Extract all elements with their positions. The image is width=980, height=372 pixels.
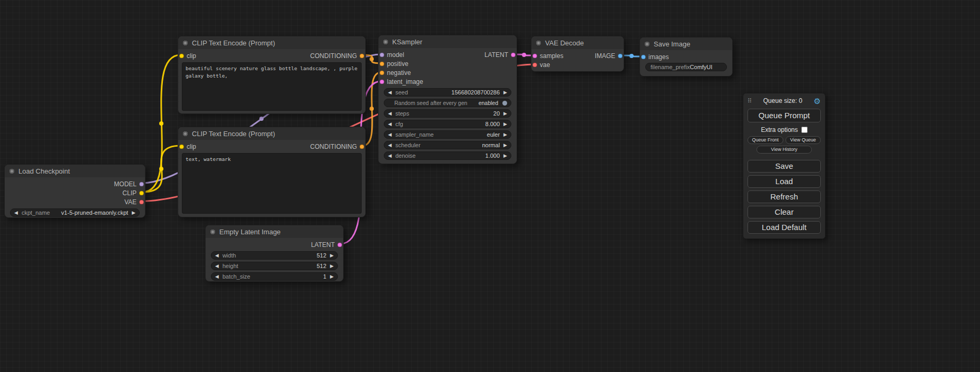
decrement-arrow-icon[interactable]: ◀ — [215, 274, 219, 279]
output-label-latent: LATENT — [311, 241, 335, 249]
widget-label: ckpt_name — [22, 209, 50, 216]
node-title-bar[interactable]: Save Image — [640, 37, 732, 50]
input-label-images: images — [648, 53, 669, 61]
output-slot-model[interactable] — [139, 182, 144, 186]
output-slot-conditioning[interactable] — [360, 144, 364, 149]
comfy-menu-panel: ⠿ Queue size: 0 ⚙ Queue Prompt Extra opt… — [743, 93, 826, 239]
extra-options-label: Extra options — [761, 126, 798, 133]
decrement-arrow-icon[interactable]: ◀ — [388, 132, 392, 137]
height-widget[interactable]: ◀ height 512 ▶ — [211, 262, 338, 270]
widget-label: steps — [395, 110, 409, 117]
input-slot-clip[interactable] — [179, 53, 184, 58]
node-empty-latent-image[interactable]: Empty Latent Image LATENT ◀ width 512 ▶ … — [205, 225, 344, 282]
decrement-arrow-icon[interactable]: ◀ — [388, 90, 392, 95]
node-status-dot — [9, 169, 14, 174]
output-label-image: IMAGE — [595, 52, 615, 60]
wire-midpoint-dot — [159, 121, 163, 126]
queue-front-button[interactable]: Queue Front — [748, 136, 783, 144]
cfg-widget[interactable]: ◀ cfg 8.000 ▶ — [384, 120, 511, 128]
node-status-dot — [536, 41, 541, 45]
decrement-arrow-icon[interactable]: ◀ — [388, 143, 392, 148]
input-slot-positive[interactable] — [380, 61, 384, 66]
widget-value: 20 — [493, 110, 500, 117]
node-clip-text-encode-negative[interactable]: CLIP Text Encode (Prompt) clip CONDITION… — [178, 127, 366, 217]
node-title-bar[interactable]: CLIP Text Encode (Prompt) — [178, 36, 365, 49]
positive-prompt-textarea[interactable]: beautiful scenery nature glass bottle la… — [182, 62, 362, 111]
filename-prefix-widget[interactable]: filename_prefix ComfyUI — [645, 63, 727, 71]
node-title-bar[interactable]: Load Checkpoint — [5, 165, 145, 177]
increment-arrow-icon[interactable]: ▶ — [330, 274, 334, 279]
input-slot-latent-image[interactable] — [380, 79, 384, 84]
increment-arrow-icon[interactable]: ▶ — [503, 154, 507, 158]
ckpt-name-widget[interactable]: ◀ ckpt_name v1-5-pruned-emaonly.ckpt ▶ — [10, 208, 140, 217]
node-title-bar[interactable]: VAE Decode — [531, 36, 624, 49]
input-slot-clip[interactable] — [179, 144, 184, 149]
input-slot-negative[interactable] — [380, 70, 384, 75]
decrement-arrow-icon[interactable]: ◀ — [388, 111, 392, 116]
output-slot-clip[interactable] — [139, 190, 144, 195]
load-default-button[interactable]: Load Default — [748, 221, 821, 234]
node-title-bar[interactable]: CLIP Text Encode (Prompt) — [178, 127, 365, 140]
decrement-arrow-icon[interactable]: ◀ — [388, 122, 392, 127]
toggle-dot-icon[interactable] — [502, 101, 507, 106]
node-ksampler[interactable]: KSampler model positive negative latent_… — [378, 35, 517, 164]
settings-gear-icon[interactable]: ⚙ — [814, 97, 821, 105]
decrement-arrow-icon[interactable]: ◀ — [215, 264, 219, 269]
input-label-negative: negative — [387, 69, 411, 77]
node-graph-canvas[interactable]: Load Checkpoint MODEL CLIP VAE ◀ ckpt_na… — [0, 0, 980, 372]
save-button[interactable]: Save — [748, 160, 821, 173]
negative-prompt-textarea[interactable]: text, watermark — [182, 153, 362, 214]
refresh-button[interactable]: Refresh — [748, 190, 821, 203]
decrement-arrow-icon[interactable]: ◀ — [215, 253, 219, 258]
steps-widget[interactable]: ◀ steps 20 ▶ — [384, 109, 511, 118]
drag-handle-icon[interactable]: ⠿ — [748, 98, 752, 104]
widget-value: ComfyUI — [690, 64, 713, 70]
widget-value: v1-5-pruned-emaonly.ckpt — [61, 209, 128, 216]
input-slot-images[interactable] — [641, 54, 646, 59]
node-vae-decode[interactable]: VAE Decode samples vae IMAGE — [531, 36, 624, 72]
increment-arrow-icon[interactable]: ▶ — [503, 111, 507, 116]
output-label-vae: VAE — [124, 198, 137, 206]
node-load-checkpoint[interactable]: Load Checkpoint MODEL CLIP VAE ◀ ckpt_na… — [4, 164, 145, 218]
view-history-button[interactable]: View History — [756, 146, 812, 154]
seed-widget[interactable]: ◀ seed 156680208700286 ▶ — [384, 88, 511, 97]
output-slot-latent[interactable] — [511, 52, 516, 57]
increment-arrow-icon[interactable]: ▶ — [330, 264, 334, 269]
output-label-conditioning: CONDITIONING — [310, 143, 357, 150]
node-title-bar[interactable]: KSampler — [379, 35, 517, 48]
decrement-arrow-icon[interactable]: ◀ — [14, 211, 18, 215]
increment-arrow-icon[interactable]: ▶ — [503, 122, 507, 127]
load-button[interactable]: Load — [748, 175, 821, 188]
batch-size-widget[interactable]: ◀ batch_size 1 ▶ — [211, 272, 338, 281]
input-slot-vae[interactable] — [532, 62, 537, 67]
scheduler-widget[interactable]: ◀ scheduler normal ▶ — [384, 141, 511, 149]
widget-label: width — [222, 252, 236, 259]
output-label-model: MODEL — [114, 180, 137, 188]
node-clip-text-encode-positive[interactable]: CLIP Text Encode (Prompt) clip CONDITION… — [178, 36, 366, 114]
increment-arrow-icon[interactable]: ▶ — [330, 253, 334, 258]
output-slot-vae[interactable] — [139, 199, 144, 204]
increment-arrow-icon[interactable]: ▶ — [132, 211, 135, 215]
output-slot-image[interactable] — [618, 53, 623, 58]
decrement-arrow-icon[interactable]: ◀ — [388, 154, 392, 158]
denoise-widget[interactable]: ◀ denoise 1.000 ▶ — [384, 151, 511, 160]
wire-midpoint-dot — [370, 57, 374, 61]
output-slot-conditioning[interactable] — [360, 53, 364, 58]
queue-prompt-button[interactable]: Queue Prompt — [748, 109, 821, 122]
clear-button[interactable]: Clear — [748, 206, 821, 218]
wire-midpoint-dot — [159, 167, 163, 171]
widget-value: 1.000 — [486, 152, 500, 159]
random-seed-toggle-widget[interactable]: Random seed after every gen enabled — [384, 99, 511, 107]
increment-arrow-icon[interactable]: ▶ — [503, 132, 507, 137]
sampler-name-widget[interactable]: ◀ sampler_name euler ▶ — [384, 130, 511, 139]
node-save-image[interactable]: Save Image images filename_prefix ComfyU… — [639, 37, 733, 77]
extra-options-checkbox[interactable] — [801, 127, 808, 133]
node-title-bar[interactable]: Empty Latent Image — [206, 225, 343, 238]
input-label-clip: clip — [187, 143, 196, 150]
width-widget[interactable]: ◀ width 512 ▶ — [211, 251, 338, 260]
node-title: Empty Latent Image — [219, 228, 280, 236]
increment-arrow-icon[interactable]: ▶ — [503, 143, 507, 148]
output-slot-latent[interactable] — [337, 242, 342, 247]
view-queue-button[interactable]: View Queue — [785, 136, 821, 144]
increment-arrow-icon[interactable]: ▶ — [503, 90, 507, 95]
